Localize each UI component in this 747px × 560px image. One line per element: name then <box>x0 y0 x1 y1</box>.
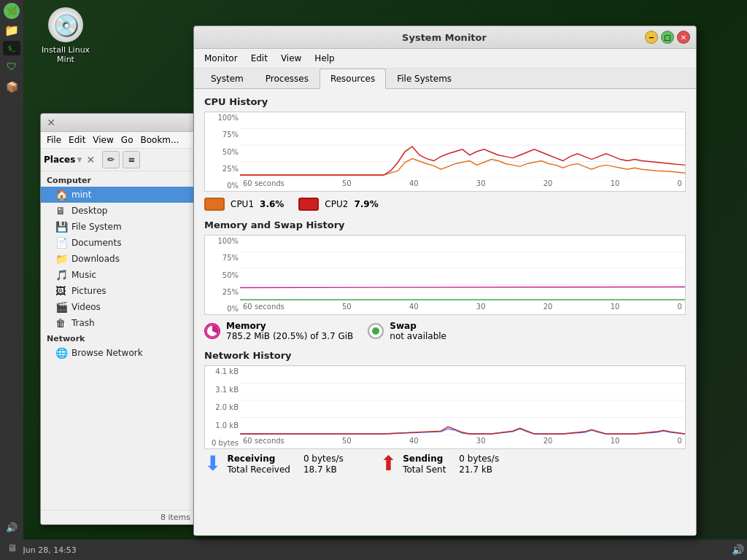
sending-info: Sending Total Sent <box>403 454 446 475</box>
fm-view-menu[interactable]: View <box>90 133 116 147</box>
receiving-total-label: Total Received <box>227 464 290 475</box>
fm-item-filesystem[interactable]: 💾 File System <box>41 219 196 235</box>
sending-speed: 0 bytes/s <box>459 454 499 464</box>
documents-icon: 📄 <box>55 237 67 249</box>
fm-item-videos[interactable]: 🎬 Videos <box>41 299 196 315</box>
cpu-chart-xaxis: 60 seconds 50 40 30 20 10 0 <box>240 178 685 191</box>
menu-help[interactable]: Help <box>309 51 340 66</box>
fm-item-videos-label: Videos <box>71 302 101 312</box>
fm-close-button[interactable]: ✕ <box>45 117 57 128</box>
minimize-button[interactable]: − <box>645 31 658 44</box>
memory-chart-yaxis: 100% 75% 50% 25% 0% <box>205 236 240 314</box>
network-legend: ⬇ Receiving Total Received 0 bytes/s 18.… <box>204 454 686 475</box>
cpu2-legend-item: CPU2 7.9% <box>298 198 378 211</box>
memory-legend-icon <box>204 323 220 339</box>
receiving-label: Receiving <box>227 454 290 464</box>
cpu-chart-svg <box>240 112 685 178</box>
videos-icon: 🎬 <box>55 301 67 313</box>
cpu-section-title: CPU History <box>204 96 686 107</box>
fm-item-desktop[interactable]: 🖥 Desktop <box>41 203 196 219</box>
tab-resources[interactable]: Resources <box>320 69 386 89</box>
fm-item-music[interactable]: 🎵 Music <box>41 267 196 283</box>
install-linux-mint-icon[interactable]: 💿 Install Linux Mint <box>36 7 95 64</box>
fm-item-downloads-label: Downloads <box>71 254 120 264</box>
cpu2-value: 7.9% <box>354 199 378 209</box>
swap-detail: not available <box>390 331 446 341</box>
fm-item-downloads[interactable]: 📁 Downloads <box>41 251 196 267</box>
filesystem-icon: 💾 <box>55 221 67 233</box>
menu-monitor[interactable]: Monitor <box>198 51 244 66</box>
memory-label: Memory <box>226 321 353 331</box>
receiving-arrow-icon: ⬇ <box>204 454 221 474</box>
menu-edit[interactable]: Edit <box>245 51 274 66</box>
mint-menu-icon[interactable]: 🌿 <box>4 3 20 19</box>
fm-bookmarks-menu[interactable]: Bookm... <box>137 133 182 147</box>
window-controls: − □ ✕ <box>645 31 690 44</box>
media-icon[interactable]: 🔊 <box>2 518 21 537</box>
receiving-speed: 0 bytes/s <box>303 454 344 464</box>
cpu2-label: CPU2 <box>325 199 348 209</box>
tab-system[interactable]: System <box>200 69 255 89</box>
network-chart-area <box>240 366 685 435</box>
pictures-icon: 🖼 <box>55 285 67 297</box>
taskbar-bottom-icons: 🔊 🖥 <box>0 518 23 560</box>
fm-menubar: File Edit View Go Bookm... <box>41 132 196 149</box>
fm-item-mint[interactable]: 🏠 mint <box>41 187 196 203</box>
sysmon-tabs: System Processes Resources File Systems <box>194 69 696 89</box>
folder-icon[interactable]: 📁 <box>2 20 21 39</box>
cpu-chart-area <box>240 112 685 178</box>
fm-item-trash[interactable]: 🗑 Trash <box>41 315 196 331</box>
menu-view[interactable]: View <box>275 51 307 66</box>
cpu-chart-yaxis: 100% 75% 50% 25% 0% <box>205 112 240 191</box>
places-dropdown-arrow[interactable]: ▼ <box>77 156 82 163</box>
swap-legend-text: Swap not available <box>390 321 446 341</box>
memory-legend-item: Memory 785.2 MiB (20.5%) of 3.7 GiB <box>204 321 353 341</box>
places-label-container: Places ▼ <box>44 155 82 165</box>
system-monitor-window: System Monitor − □ ✕ Monitor Edit View H… <box>193 26 697 536</box>
fm-item-desktop-label: Desktop <box>71 206 108 216</box>
sending-arrow-icon: ⬆ <box>380 454 397 474</box>
fm-item-browse-network[interactable]: 🌐 Browse Network <box>41 345 196 361</box>
terminal-icon[interactable]: $_ <box>3 41 20 55</box>
memory-detail: 785.2 MiB (20.5%) of 3.7 GiB <box>226 331 353 341</box>
network-chart: 4.1 kB 3.1 kB 2.0 kB 1.0 kB 0 bytes <box>204 365 686 449</box>
software-manager-icon[interactable]: 📦 <box>2 77 21 96</box>
fm-edit-location-button[interactable]: ✏️ <box>102 151 120 168</box>
fm-toolbar: Places ▼ ✕ ✏️ ≡ <box>41 149 196 171</box>
fm-item-trash-label: Trash <box>71 318 95 328</box>
fm-file-menu[interactable]: File <box>44 133 64 147</box>
fm-item-mint-label: mint <box>71 190 91 200</box>
receiving-total-value: 18.7 kB <box>303 464 344 475</box>
fm-item-pictures[interactable]: 🖼 Pictures <box>41 283 196 299</box>
sending-total-label: Total Sent <box>403 464 446 475</box>
tab-processes[interactable]: Processes <box>255 69 320 89</box>
places-close-button[interactable]: ✕ <box>85 154 96 166</box>
fm-item-filesystem-label: File System <box>71 222 122 232</box>
cpu-legend: CPU1 3.6% CPU2 7.9% <box>204 196 686 212</box>
fm-content: Computer 🏠 mint 🖥 Desktop 💾 File System … <box>41 171 196 510</box>
network-chart-xaxis: 60 seconds 50 40 30 20 10 0 <box>240 435 685 448</box>
fm-nav-button[interactable]: ≡ <box>123 151 140 168</box>
cpu2-legend-icon <box>298 198 319 211</box>
fm-edit-menu[interactable]: Edit <box>66 133 88 147</box>
memory-chart-xaxis: 60 seconds 50 40 30 20 10 0 <box>240 301 685 314</box>
file-manager-window: ✕ File Edit View Go Bookm... Places ▼ ✕ … <box>40 113 197 525</box>
swap-label: Swap <box>390 321 446 331</box>
downloads-icon: 📁 <box>55 253 67 265</box>
maximize-button[interactable]: □ <box>661 31 674 44</box>
cpu1-label: CPU1 <box>231 199 254 209</box>
fm-item-documents[interactable]: 📄 Documents <box>41 235 196 251</box>
places-label-text: Places <box>44 155 75 165</box>
music-icon: 🎵 <box>55 269 67 281</box>
receiving-values: 0 bytes/s 18.7 kB <box>303 454 344 475</box>
mint-update-icon[interactable]: 🛡 <box>2 57 21 76</box>
fm-go-menu[interactable]: Go <box>118 133 136 147</box>
monitor-icon[interactable]: 🖥 <box>2 538 21 557</box>
cpu-chart: 100% 75% 50% 25% 0% <box>204 112 686 192</box>
bottom-taskbar: Wed Jun 28, 14:53 🔊 <box>0 540 747 560</box>
close-button[interactable]: ✕ <box>677 31 690 44</box>
cpu1-legend-icon <box>204 198 225 211</box>
volume-icon[interactable]: 🔊 <box>732 544 744 556</box>
tab-file-systems[interactable]: File Systems <box>386 69 462 89</box>
swap-legend-item: Swap not available <box>368 321 446 341</box>
